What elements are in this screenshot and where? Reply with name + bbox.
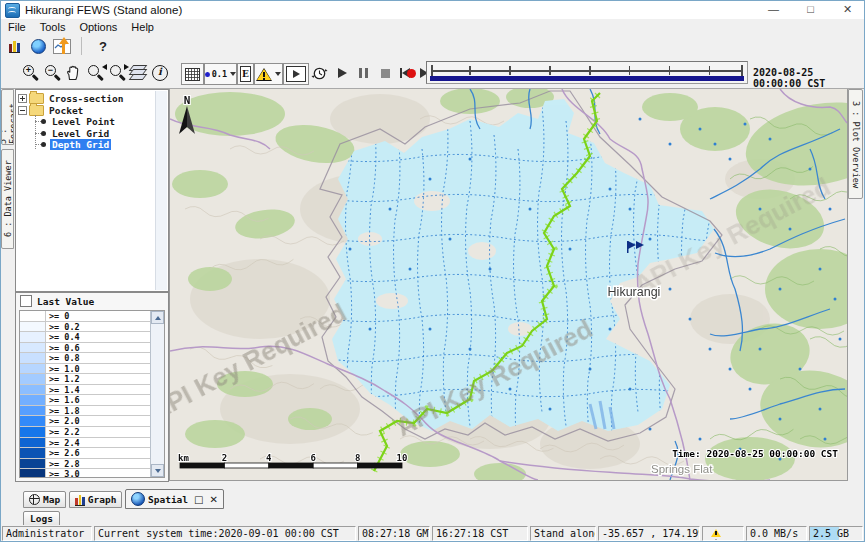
legend-row[interactable]: >= 0.6 <box>20 343 164 354</box>
legend-row[interactable]: >= 1.8 <box>20 406 164 417</box>
warning-icon <box>710 528 722 541</box>
menu-tools[interactable]: Tools <box>33 21 73 33</box>
vertical-profile-icon[interactable]: E <box>237 63 254 85</box>
scroll-down-button[interactable] <box>151 464 164 477</box>
legend-color-swatch <box>20 416 46 426</box>
tab-graph[interactable]: Graph <box>69 491 122 508</box>
menu-bar: File Tools Options Help <box>1 19 865 35</box>
legend-label: >= 2.4 <box>46 438 164 448</box>
close-button[interactable]: ✕ <box>829 1 865 19</box>
legend-color-swatch <box>20 438 46 448</box>
threshold-dropdown[interactable]: 0.1 <box>204 63 237 85</box>
app-logo-icon <box>5 3 20 18</box>
tree-scrollbar[interactable] <box>155 91 167 290</box>
float-tab-icon[interactable]: □ <box>194 494 203 505</box>
help-icon[interactable]: ? <box>92 36 114 56</box>
layers-icon[interactable] <box>131 63 145 83</box>
warning-icon <box>256 68 272 81</box>
tab-plot-overview[interactable]: 3 : Plot Overview <box>848 89 863 199</box>
legend-row[interactable]: >= 0.2 <box>20 322 164 333</box>
tree-node-level-point[interactable]: Level Point <box>31 116 166 128</box>
menu-help[interactable]: Help <box>124 21 161 33</box>
collapse-icon[interactable] <box>18 106 27 115</box>
legend-color-swatch <box>20 385 46 395</box>
last-value-checkbox[interactable] <box>20 295 32 307</box>
map-canvas[interactable]: API Key Required API Key Required API Ke… <box>169 89 848 481</box>
tab-spatial[interactable]: Spatial □ ✕ <box>125 489 224 509</box>
play-button[interactable] <box>338 63 347 83</box>
menu-file[interactable]: File <box>1 21 33 33</box>
legend-row[interactable]: >= 3.0 <box>20 469 164 478</box>
legend-color-swatch <box>20 427 46 437</box>
tree-node-cross-section[interactable]: Cross-section <box>18 93 166 105</box>
legend-label: >= 2.6 <box>46 448 164 458</box>
tab-data-viewer[interactable]: 6 : Data Viewer <box>1 149 14 249</box>
status-gmt-time: 08:27:18 GMT <box>358 526 430 541</box>
legend-row[interactable]: >= 0 <box>20 311 164 322</box>
pan-icon[interactable] <box>65 63 80 83</box>
stop-button[interactable] <box>381 63 390 83</box>
record-button[interactable] <box>407 63 416 83</box>
import-displays-icon[interactable] <box>51 36 73 56</box>
scroll-up-button[interactable] <box>151 311 164 324</box>
tree-node-pocket[interactable]: Pocket <box>18 105 166 117</box>
filters-tree-panel: Cross-section Pocket Level Point Level G… <box>15 89 169 292</box>
close-tab-icon[interactable]: ✕ <box>210 494 218 505</box>
legend-row[interactable]: >= 2.6 <box>20 448 164 459</box>
svg-text:8: 8 <box>355 453 360 463</box>
main-area: 5 : Forecast 6 : Data Viewer 3 : Plot Ov… <box>1 89 865 488</box>
grid-display-icon[interactable] <box>181 63 204 85</box>
current-time-label: 2020-08-25 00:00:00 CST <box>753 67 864 89</box>
time-slider-range[interactable] <box>430 76 744 81</box>
last-value-label: Last Value <box>37 296 94 307</box>
status-local-time: 16:27:18 CST <box>432 526 528 541</box>
legend-label: >= 0.8 <box>46 353 164 363</box>
zoom-previous-icon[interactable] <box>87 63 105 83</box>
legend-scrollbar[interactable] <box>150 311 164 477</box>
legend-row[interactable]: >= 2.0 <box>20 416 164 427</box>
legend-row[interactable]: >= 1.4 <box>20 385 164 396</box>
zoom-next-icon[interactable] <box>109 63 127 83</box>
svg-text:km: km <box>178 453 189 463</box>
zoom-out-icon[interactable]: − <box>44 63 62 83</box>
tab-map[interactable]: Map <box>23 491 66 508</box>
maximize-button[interactable]: □ <box>792 1 829 19</box>
legend-color-swatch <box>20 343 46 353</box>
time-slider[interactable] <box>426 61 748 84</box>
warning-dropdown[interactable] <box>254 63 283 85</box>
legend-row[interactable]: >= 1.0 <box>20 364 164 375</box>
legend-row[interactable]: >= 0.4 <box>20 332 164 343</box>
legend-label: >= 0.4 <box>46 332 164 342</box>
pause-button[interactable] <box>359 63 368 83</box>
zoom-in-icon[interactable]: + <box>22 63 40 83</box>
legend-label: >= 2.0 <box>46 416 164 426</box>
legend-color-swatch <box>20 332 46 342</box>
legend-row[interactable]: >= 2.4 <box>20 438 164 449</box>
tree-node-level-grid[interactable]: Level Grid <box>31 128 166 140</box>
legend-label: >= 1.2 <box>46 374 164 384</box>
animation-player-icon[interactable] <box>283 63 309 85</box>
menu-options[interactable]: Options <box>72 21 124 33</box>
legend-row[interactable]: >= 2.2 <box>20 427 164 438</box>
status-download-speed: 0.0 MB/s <box>746 526 807 541</box>
town-label: Hikurangi <box>608 285 661 299</box>
map-display-icon[interactable] <box>27 36 49 56</box>
status-warning-cell[interactable] <box>702 526 744 541</box>
legend-color-swatch <box>20 322 46 332</box>
tab-forecast[interactable]: 5 : Forecast <box>1 89 14 145</box>
legend-row[interactable]: >= 2.8 <box>20 459 164 470</box>
window-title: Hikurangi FEWS (Stand alone) <box>25 4 182 16</box>
legend-panel: Last Value >= 0>= 0.2>= 0.4>= 0.6>= 0.8>… <box>15 292 169 482</box>
tree-node-depth-grid[interactable]: Depth Grid <box>31 139 166 151</box>
svg-text:4: 4 <box>266 453 272 463</box>
application-window: Hikurangi FEWS (Stand alone) — □ ✕ File … <box>0 0 865 542</box>
expand-icon[interactable] <box>18 94 27 103</box>
minimize-button[interactable]: — <box>755 1 792 19</box>
explorer-icon[interactable] <box>3 36 25 56</box>
legend-row[interactable]: >= 1.6 <box>20 395 164 406</box>
legend-row[interactable]: >= 1.2 <box>20 374 164 385</box>
legend-row[interactable]: >= 0.8 <box>20 353 164 364</box>
legend-label: >= 1.4 <box>46 385 164 395</box>
info-icon[interactable] <box>152 63 168 83</box>
time-control-icon[interactable] <box>311 63 328 83</box>
